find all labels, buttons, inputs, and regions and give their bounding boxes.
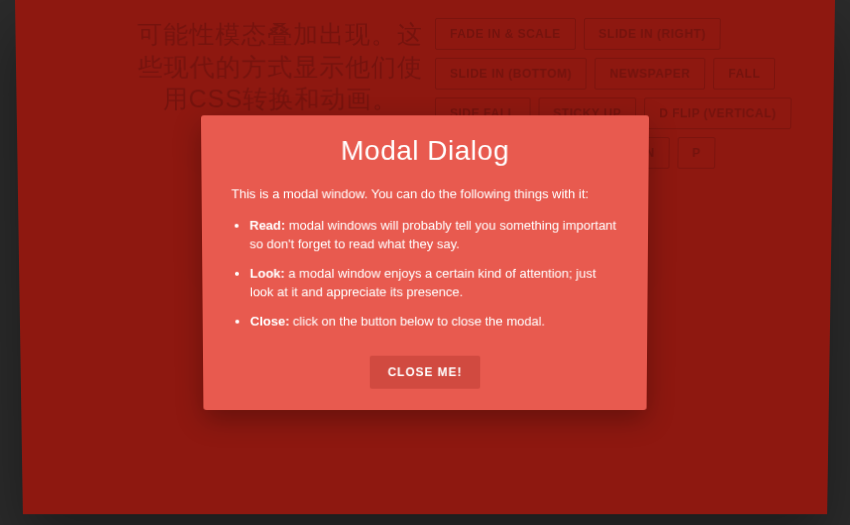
list-item-text: click on the button below to close the m… bbox=[293, 313, 545, 328]
list-item-text: modal windows will probably tell you som… bbox=[250, 217, 617, 251]
list-item: Read: modal windows will probably tell y… bbox=[249, 215, 618, 253]
modal-dialog: Modal Dialog This is a modal window. You… bbox=[201, 115, 649, 410]
modal-list: Read: modal windows will probably tell y… bbox=[232, 215, 619, 330]
modal-intro: This is a modal window. You can do the f… bbox=[231, 184, 618, 203]
list-item: Look: a modal window enjoys a certain ki… bbox=[250, 264, 618, 302]
page-stage: 可能性模态叠加出现。这些现代的方式显示他们使用CSS转换和动画。 FADE IN… bbox=[15, 0, 835, 514]
list-item-label: Close: bbox=[250, 313, 289, 328]
list-item-label: Look: bbox=[250, 265, 285, 280]
list-item-text: a modal window enjoys a certain kind of … bbox=[250, 265, 596, 299]
modal-title: Modal Dialog bbox=[201, 115, 649, 166]
modal-footer: CLOSE ME! bbox=[203, 346, 647, 410]
close-button[interactable]: CLOSE ME! bbox=[370, 356, 480, 389]
list-item-label: Read: bbox=[249, 217, 285, 232]
list-item: Close: click on the button below to clos… bbox=[250, 311, 618, 330]
modal-body: This is a modal window. You can do the f… bbox=[201, 167, 648, 346]
